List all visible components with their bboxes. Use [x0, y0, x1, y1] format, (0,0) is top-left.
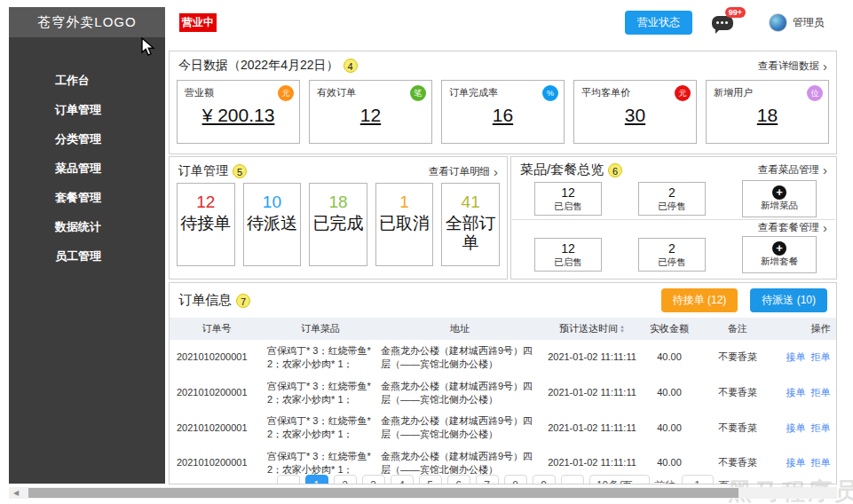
reject-order-link[interactable]: 拒单 — [811, 351, 831, 362]
sidebar-item-employees[interactable]: 员工管理 — [9, 241, 165, 271]
page-button-6[interactable]: 6 — [447, 475, 470, 484]
order-info-title: 订单信息 — [178, 292, 232, 309]
tab-pending-orders[interactable]: 待接单 (12) — [661, 288, 738, 312]
accept-order-link[interactable]: 接单 — [786, 422, 806, 433]
dish-disabled-box: 2 已停售 — [638, 182, 706, 216]
page-button-5[interactable]: 5 — [419, 475, 442, 484]
user-avatar[interactable] — [769, 13, 787, 32]
order-status-card-cancelled[interactable]: 1 已取消 — [375, 183, 434, 266]
tab-delivering-orders[interactable]: 待派送 (10) — [750, 288, 827, 312]
col-eta[interactable]: 预计送达时间▲▼ — [542, 318, 642, 340]
pagination: ‹ 1 2 3 4 5 6 7 8 9 › 10条/页 ⌄ 前往 页 — [277, 475, 730, 484]
messages-icon[interactable]: 99+ — [712, 12, 738, 33]
cell-eta: 2021-01-02 11:11:11 — [542, 375, 642, 411]
cell-order-id: 2021010200001 — [170, 445, 264, 481]
scrollbar-thumb[interactable] — [28, 488, 738, 498]
plus-icon: + — [772, 241, 786, 256]
order-status-count: 12 — [178, 193, 234, 212]
order-status-label: 全部订单 — [442, 214, 499, 253]
open-status-badge: 营业中 — [179, 13, 217, 32]
view-detail-data-link[interactable]: 查看详细数据 › — [758, 59, 827, 73]
page-button-1[interactable]: 1 — [305, 475, 328, 484]
cell-order-id: 2021010200001 — [170, 375, 264, 411]
combo-disabled-label: 已停售 — [639, 256, 705, 269]
view-order-link[interactable]: 查看 — [836, 351, 838, 362]
view-dish-management-label: 查看菜品管理 — [758, 163, 819, 177]
annotation-callout-5: 5 — [233, 164, 247, 178]
view-combo-management-link[interactable]: 查看套餐管理 › — [758, 221, 827, 234]
sidebar-item-statistics[interactable]: 数据统计 — [9, 212, 165, 241]
dish-disabled-count: 2 — [639, 185, 705, 200]
jump-suffix-label: 页 — [719, 475, 730, 484]
accept-order-link[interactable]: 接单 — [786, 351, 806, 362]
reject-order-link[interactable]: 拒单 — [811, 422, 831, 433]
add-combo-button[interactable]: + 新增套餐 — [742, 236, 817, 273]
accept-order-link[interactable]: 接单 — [786, 457, 806, 468]
accept-order-link[interactable]: 接单 — [786, 387, 806, 398]
order-status-card-pending[interactable]: 12 待接单 — [177, 183, 235, 266]
cell-note: 不要香菜 — [697, 375, 778, 411]
table-row: 2021010200001 宫保鸡丁* 3；红烧带鱼* 2；农家小炒肉* 1； … — [170, 340, 837, 375]
page-button-7[interactable]: 7 — [476, 475, 499, 484]
order-status-card-completed[interactable]: 18 已完成 — [309, 183, 367, 266]
jump-prefix-label: 前往 — [655, 475, 676, 484]
order-info-panel: 订单信息 7 待接单 (12) 待派送 (10) 订单号 订单菜品 地址 预计送… — [169, 282, 837, 484]
col-amount: 实收金额 — [642, 318, 697, 340]
view-combo-management-label: 查看套餐管理 — [758, 221, 819, 234]
sidebar-item-combos[interactable]: 套餐管理 — [9, 183, 165, 212]
page-button-4[interactable]: 4 — [391, 475, 414, 484]
business-status-button[interactable]: 营业状态 — [625, 11, 692, 35]
orders-table: 订单号 订单菜品 地址 预计送达时间▲▼ 实收金额 备注 操作 20210102… — [170, 318, 837, 484]
sort-icon[interactable]: ▲▼ — [620, 325, 625, 334]
next-page-button[interactable]: › — [561, 475, 584, 484]
add-dish-button[interactable]: + 新增菜品 — [742, 180, 817, 217]
cell-order-id: 2021010200001 — [170, 481, 264, 484]
page-button-8[interactable]: 8 — [504, 475, 527, 484]
cell-dishes: 宫保鸡丁* 3；红烧带鱼* 2；农家小炒肉* 1； — [264, 410, 377, 445]
combo-disabled-count: 2 — [639, 241, 705, 256]
user-name[interactable]: 管理员 — [793, 15, 825, 30]
order-panel-title: 订单管理 — [178, 163, 228, 179]
reject-order-link[interactable]: 拒单 — [811, 457, 831, 468]
add-combo-label: 新增套餐 — [743, 256, 816, 268]
jump-page-input[interactable] — [682, 475, 714, 484]
sidebar-item-dishes[interactable]: 菜品管理 — [9, 154, 165, 183]
sidebar-item-workbench[interactable]: 工作台 — [9, 66, 165, 95]
prev-page-button[interactable]: ‹ — [277, 475, 300, 484]
page-size-select[interactable]: 10条/页 ⌄ — [589, 475, 650, 484]
page-button-3[interactable]: 3 — [362, 475, 385, 484]
scroll-left-icon[interactable]: ◀ — [13, 487, 19, 499]
order-status-card-delivering[interactable]: 10 待派送 — [243, 183, 302, 266]
cell-address: 金燕龙办公楼（建材城西路9号）四层（——宾馆北侧办公楼） — [377, 410, 542, 445]
stat-card-completion-rate: 订单完成率 % 16 — [441, 80, 565, 144]
sidebar-item-orders[interactable]: 订单管理 — [9, 95, 165, 124]
stat-card-label: 新增用户 — [714, 86, 821, 99]
view-dish-management-link[interactable]: 查看菜品管理 › — [758, 163, 827, 177]
horizontal-scrollbar[interactable]: ◀ — [9, 487, 837, 499]
view-order-link[interactable]: 查看 — [836, 387, 838, 398]
dish-combo-overview-panel: 菜品/套餐总览 6 查看菜品管理 › 12 已启售 2 已停售 + 新增菜品 — [510, 156, 837, 280]
sidebar-item-categories[interactable]: 分类管理 — [9, 124, 165, 154]
cell-dishes: 宫保鸡丁* 3；红烧带鱼* 2；农家小炒肉* 1； — [264, 340, 377, 375]
table-row: 2021010200001 宫保鸡丁* 3；红烧带鱼* 2；农家小炒肉* 1； … — [170, 410, 837, 445]
page-button-9[interactable]: 9 — [533, 475, 556, 484]
order-status-card-all[interactable]: 41 全部订单 — [441, 183, 500, 266]
reject-order-link[interactable]: 拒单 — [811, 387, 831, 398]
sidebar: 工作台 订单管理 分类管理 菜品管理 套餐管理 数据统计 员工管理 — [9, 37, 165, 484]
top-bar: 营业中 营业状态 99+ 管理员 — [165, 7, 837, 37]
view-order-link[interactable]: 查看 — [836, 457, 838, 468]
plus-icon: + — [772, 185, 786, 200]
cell-order-id: 2021010200001 — [170, 340, 264, 375]
view-order-detail-link[interactable]: 查看订单明细 › — [429, 165, 498, 178]
cell-amount: 40.00 — [642, 340, 697, 375]
col-actions: 操作 — [778, 318, 837, 340]
view-order-link[interactable]: 查看 — [836, 422, 838, 433]
stat-card-label: 平均客单价 — [581, 86, 689, 99]
order-status-label: 待接单 — [178, 214, 234, 233]
dish-enabled-label: 已启售 — [535, 201, 601, 213]
stat-card-value: ¥ 200.13 — [185, 105, 292, 126]
table-header-row: 订单号 订单菜品 地址 预计送达时间▲▼ 实收金额 备注 操作 — [170, 318, 837, 340]
page-button-2[interactable]: 2 — [334, 475, 357, 484]
dish-enabled-count: 12 — [535, 185, 601, 200]
view-detail-data-label: 查看详细数据 — [758, 59, 819, 73]
